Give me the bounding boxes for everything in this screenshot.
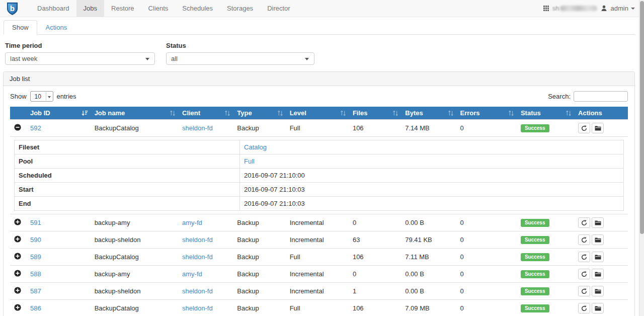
nav-link-dashboard[interactable]: Dashboard bbox=[30, 0, 76, 17]
search-label: Search: bbox=[548, 93, 571, 100]
client-link[interactable]: sheldon-fd bbox=[182, 253, 213, 261]
expand-row-button[interactable] bbox=[14, 287, 21, 294]
nav-link-jobs[interactable]: Jobs bbox=[76, 0, 104, 17]
bytes-cell: 7.14 MB bbox=[401, 120, 456, 137]
sort-icon bbox=[392, 110, 398, 116]
job-id-link[interactable]: 591 bbox=[30, 219, 41, 226]
rerun-job-button[interactable] bbox=[578, 303, 590, 313]
detail-value-link[interactable]: Catalog bbox=[244, 143, 267, 151]
job-log-button[interactable] bbox=[592, 123, 604, 133]
rerun-job-button[interactable] bbox=[578, 269, 590, 279]
nav-link-restore[interactable]: Restore bbox=[104, 0, 141, 17]
nav-link-storages[interactable]: Storages bbox=[220, 0, 260, 17]
column-label: Actions bbox=[578, 109, 602, 117]
job-id-link[interactable]: 592 bbox=[30, 124, 41, 132]
job-log-button[interactable] bbox=[592, 252, 604, 262]
level-cell: Incremental bbox=[286, 214, 349, 231]
status-filter-label: Status bbox=[166, 42, 314, 49]
folder-icon bbox=[595, 254, 601, 260]
expand-row-button[interactable] bbox=[14, 304, 21, 311]
detail-value: 2016-09-07 21:10:03 bbox=[244, 186, 305, 193]
expand-row-button[interactable] bbox=[14, 235, 21, 243]
status-badge: Success bbox=[521, 236, 549, 244]
files-cell: 106 bbox=[349, 120, 401, 137]
status-badge: Success bbox=[521, 304, 549, 312]
column-header-job-name[interactable]: Job name bbox=[91, 107, 178, 120]
job-name-cell: backup-amy bbox=[91, 214, 178, 231]
rerun-job-button[interactable] bbox=[578, 286, 590, 296]
job-id-link[interactable]: 588 bbox=[30, 270, 41, 278]
tab-bar: ShowActions bbox=[4, 20, 635, 35]
job-row: 592BackupCatalogsheldon-fdBackupFull1067… bbox=[10, 120, 628, 137]
files-cell: 1 bbox=[349, 283, 401, 300]
job-name-cell: backup-amy bbox=[91, 266, 178, 283]
detail-row: FilesetCatalog bbox=[15, 140, 624, 154]
job-log-button[interactable] bbox=[592, 269, 604, 279]
nav-link-schedules[interactable]: Schedules bbox=[175, 0, 220, 17]
column-header-bytes[interactable]: Bytes bbox=[401, 107, 456, 120]
brand-logo[interactable]: b bbox=[7, 0, 22, 17]
sort-icon bbox=[170, 110, 176, 116]
column-header-level[interactable]: Level bbox=[286, 107, 349, 120]
detail-value-link[interactable]: Full bbox=[244, 157, 255, 165]
errors-cell: 0 bbox=[456, 120, 517, 137]
client-link[interactable]: sheldon-fd bbox=[182, 236, 213, 244]
tab-actions[interactable]: Actions bbox=[37, 20, 76, 35]
type-cell: Backup bbox=[233, 231, 285, 249]
expand-row-button[interactable] bbox=[14, 253, 21, 260]
job-id-link[interactable]: 587 bbox=[30, 287, 41, 295]
rerun-job-button[interactable] bbox=[578, 252, 590, 262]
job-log-button[interactable] bbox=[592, 217, 604, 228]
search-input[interactable] bbox=[574, 91, 628, 102]
job-id-link[interactable]: 589 bbox=[30, 253, 41, 261]
grid-apps-icon[interactable] bbox=[543, 6, 549, 11]
column-header-status[interactable]: Status bbox=[517, 107, 574, 120]
job-id-link[interactable]: 590 bbox=[30, 236, 41, 244]
detail-row: PoolFull bbox=[15, 154, 624, 169]
rerun-job-button[interactable] bbox=[578, 234, 590, 245]
rerun-job-button[interactable] bbox=[578, 217, 590, 228]
job-log-button[interactable] bbox=[592, 303, 604, 313]
navbar: b DashboardJobsRestoreClientsSchedulesSt… bbox=[0, 0, 644, 17]
type-cell: Backup bbox=[233, 283, 285, 300]
client-link[interactable]: sheldon-fd bbox=[182, 124, 213, 132]
bytes-cell: 0.00 B bbox=[401, 266, 456, 283]
job-id-link[interactable]: 586 bbox=[30, 304, 41, 312]
expand-row-button[interactable] bbox=[14, 218, 21, 225]
hostname-blurred: sh bbox=[552, 5, 597, 12]
rerun-job-button[interactable] bbox=[578, 123, 590, 133]
scrollbar-thumb[interactable] bbox=[640, 1, 644, 234]
panel-title: Job list bbox=[4, 72, 634, 86]
tab-show[interactable]: Show bbox=[4, 20, 37, 35]
level-cell: Full bbox=[286, 249, 349, 266]
expand-row-button[interactable] bbox=[14, 270, 21, 277]
job-log-button[interactable] bbox=[592, 286, 604, 296]
collapse-row-button[interactable] bbox=[14, 124, 21, 131]
client-link[interactable]: amy-fd bbox=[182, 219, 202, 226]
level-cell: Incremental bbox=[286, 266, 349, 283]
nav-link-director[interactable]: Director bbox=[260, 0, 297, 17]
status-select[interactable]: all bbox=[167, 53, 314, 64]
time-period-select[interactable]: last week bbox=[6, 53, 154, 64]
circular-arrow-icon bbox=[581, 254, 587, 260]
client-link[interactable]: amy-fd bbox=[182, 270, 202, 278]
nav-link-clients[interactable]: Clients bbox=[141, 0, 176, 17]
bytes-cell: 7.11 MB bbox=[401, 249, 456, 266]
column-header-job-id[interactable]: Job ID bbox=[26, 107, 91, 120]
column-header-type[interactable]: Type bbox=[233, 107, 285, 120]
bytes-cell: 0.00 B bbox=[401, 283, 456, 300]
user-menu[interactable]: admin bbox=[611, 5, 635, 12]
column-header-client[interactable]: Client bbox=[178, 107, 233, 120]
bytes-cell: 0.00 B bbox=[401, 214, 456, 231]
client-link[interactable]: sheldon-fd bbox=[182, 304, 213, 312]
column-header-files[interactable]: Files bbox=[349, 107, 401, 120]
client-link[interactable]: sheldon-fd bbox=[182, 287, 213, 295]
job-row: 586BackupCatalogsheldon-fdBackupFull1067… bbox=[10, 300, 628, 316]
type-cell: Backup bbox=[233, 249, 285, 266]
column-header-errors[interactable]: Errors bbox=[456, 107, 517, 120]
job-name-cell: BackupCatalog bbox=[91, 300, 178, 316]
username: admin bbox=[611, 5, 628, 12]
column-label: Files bbox=[353, 109, 368, 117]
job-log-button[interactable] bbox=[592, 234, 604, 245]
page-length-select[interactable]: 10 bbox=[31, 92, 53, 101]
